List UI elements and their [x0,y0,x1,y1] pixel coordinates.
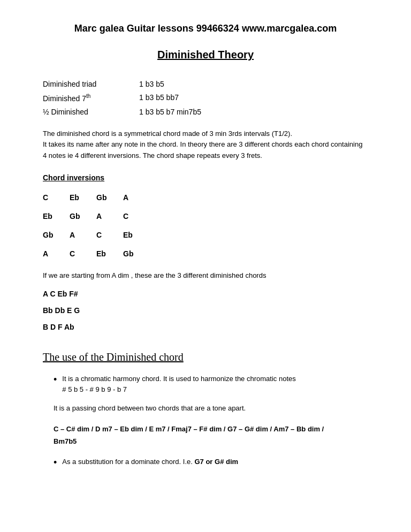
description-text: The diminished chord is a symmetrical ch… [43,128,368,162]
triad-table: Diminished triad 1 b3 b5 Diminished 7th … [43,79,368,118]
inversion-note: Eb [43,211,59,222]
main-title: Marc galea Guitar lessons 99466324 www.m… [43,21,368,36]
inversion-row-4: A C Eb Gb [43,248,368,260]
inversion-note: A [96,211,112,222]
inversion-note: A [70,230,86,241]
dim-chord-group-3: B D F Ab [43,322,368,333]
triad-value-1: 1 b3 b5 [139,79,164,90]
dim-chord-group-1: A C Eb F# [43,288,368,300]
bullet-section-1: • It is a chromatic harmony chord. It is… [54,374,368,396]
inversion-row-3: Gb A C Eb [43,230,368,241]
bullet-dot-1: • [54,374,57,386]
inversion-note: C [123,211,139,222]
chord-progression: C – C# dim / D m7 – Eb dim / E m7 / Fmaj… [54,423,368,448]
section-title: Diminished Theory [43,47,368,63]
bullet-item-1: • It is a chromatic harmony chord. It is… [54,374,368,396]
inversion-note: Gb [70,211,86,222]
use-section-title: The use of the Diminished chord [43,349,368,365]
inversion-note: Gb [123,248,139,260]
triad-label-3: ½ Diminished [43,107,139,118]
inversion-note: A [123,192,139,203]
inversion-note: Eb [123,230,139,241]
bullet-section-2: • As a substitution for a dominate chord… [54,457,368,469]
triad-label-2: Diminished 7th [43,92,139,104]
substitution-text: As a substitution for a dominate chord. … [62,457,238,468]
inversion-row-1: C Eb Gb A [43,192,368,203]
bullet-dot-2: • [54,457,57,469]
inversion-note: Gb [43,230,59,241]
chord-inversions-title: Chord inversions [43,172,368,184]
triad-row-3: ½ Diminished 1 b3 b5 b7 min7b5 [43,107,368,118]
triad-row-2: Diminished 7th 1 b3 b5 bb7 [43,92,368,104]
inversion-note: Gb [96,192,112,203]
bullet-item-2: • As a substitution for a dominate chord… [54,457,368,469]
triad-value-2: 1 b3 b5 bb7 [139,92,179,104]
inversion-note: A [43,248,59,260]
triad-value-3: 1 b3 b5 b7 min7b5 [139,107,201,118]
inversion-note: C [70,248,86,260]
inversion-row-2: Eb Gb A C [43,211,368,222]
inversion-note: Eb [70,192,86,203]
triad-label-1: Diminished triad [43,79,139,90]
bullet-text-1: It is a chromatic harmony chord. It is u… [62,374,295,396]
dim-chord-group-2: Bb Db E G [43,305,368,316]
inversion-note: Eb [96,248,112,260]
passing-chord-text: It is a passing chord between two chords… [54,403,368,414]
triad-row-1: Diminished triad 1 b3 b5 [43,79,368,90]
inversion-note: C [96,230,112,241]
inversion-note: C [43,192,59,203]
starting-text: If we are starting from A dim , these ar… [43,270,368,281]
